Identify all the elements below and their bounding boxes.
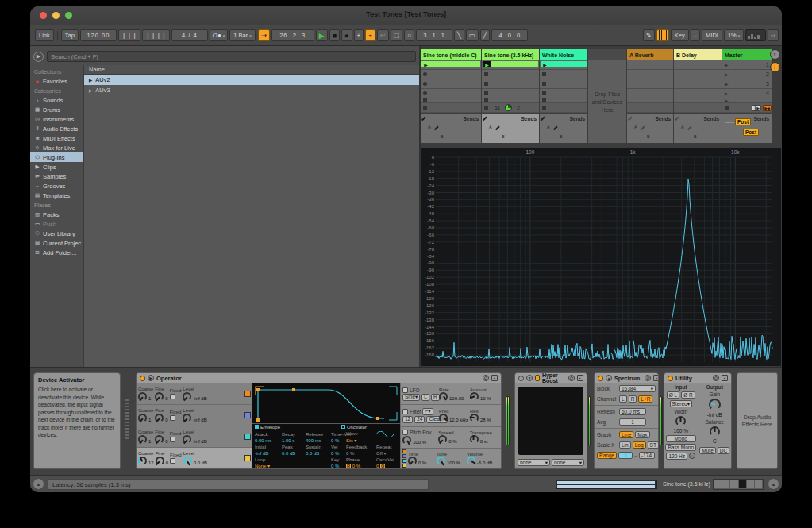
- mute-button[interactable]: Mute: [699, 447, 715, 454]
- sidebar-item-user-library[interactable]: ⚇User Library: [30, 229, 83, 238]
- track-header[interactable]: Master: [722, 49, 772, 60]
- osc-color-swatch[interactable]: [244, 412, 251, 418]
- punch-in-button[interactable]: ╲: [454, 29, 464, 41]
- range-lo-field[interactable]: -174: [639, 452, 655, 459]
- phase-retrigger-button[interactable]: R: [346, 464, 351, 468]
- oscvel-quantize-button[interactable]: Q: [380, 464, 385, 468]
- scene-row[interactable]: ▶1: [722, 60, 772, 70]
- lfo-dest-l-menu[interactable]: L: [421, 394, 429, 401]
- wave-value[interactable]: Sin ▾: [346, 437, 375, 444]
- spectrum-activator-led[interactable]: [598, 376, 603, 381]
- mixer-toggle[interactable]: ❘❘❘: [770, 62, 780, 72]
- sidebar-item-push[interactable]: ▭Push: [30, 219, 83, 229]
- clip[interactable]: ▶: [421, 61, 480, 67]
- spectrum-unfold-icon[interactable]: ∅: [645, 375, 651, 381]
- peak-value[interactable]: 0.0 dB: [282, 450, 304, 457]
- channel-l-button[interactable]: L: [619, 395, 627, 403]
- sidebar-item-add-folder-[interactable]: ⊞Add Folder...: [30, 248, 83, 257]
- stop-button[interactable]: ■: [329, 29, 340, 41]
- key-map-button[interactable]: Key: [671, 29, 689, 41]
- clip-slot[interactable]: [540, 79, 587, 89]
- oscillator-selector[interactable]: [402, 449, 406, 468]
- level-knob[interactable]: [183, 392, 191, 401]
- sidebar-item-drums[interactable]: ▦Drums: [30, 105, 83, 114]
- midi-map-button[interactable]: MIDI: [702, 29, 722, 41]
- gain-knob[interactable]: [709, 399, 721, 410]
- tone-knob[interactable]: [437, 457, 445, 465]
- browser-preview-button[interactable]: ▶: [33, 52, 44, 62]
- channel-mode-menu[interactable]: Stereo ▾: [670, 400, 692, 407]
- show-info-view-button[interactable]: ▲: [33, 479, 44, 489]
- clip-stop-button[interactable]: [484, 98, 488, 102]
- sidebar-item-clips[interactable]: ▶Clips: [30, 162, 83, 172]
- osc-color-swatch[interactable]: [244, 391, 251, 397]
- range-hi-field[interactable]: 6: [618, 452, 633, 459]
- clip-stop-circle[interactable]: [423, 91, 427, 95]
- sidebar-item-audio-effects[interactable]: ⫴Audio Effects: [30, 124, 83, 133]
- browser-row-auv3[interactable]: ▶AUv3: [84, 85, 419, 95]
- capture-midi-button[interactable]: ⬚: [391, 29, 403, 41]
- graph-line-button[interactable]: Line: [619, 431, 633, 438]
- decay-value[interactable]: 1.00 s: [282, 437, 304, 444]
- clip-slot[interactable]: [421, 89, 481, 98]
- overdub-button[interactable]: +: [354, 29, 364, 41]
- sidebar-item-packs[interactable]: ▥Packs: [30, 210, 83, 219]
- search-input[interactable]: Search (Cmd + F): [47, 51, 416, 62]
- back-to-arrangement-button[interactable]: ▶■: [763, 105, 772, 111]
- clip-stop-button[interactable]: [542, 72, 546, 76]
- attack-value[interactable]: 0.00 ms: [255, 437, 280, 444]
- scene-row[interactable]: ▶2: [722, 70, 772, 79]
- envelope-section-icon[interactable]: [255, 425, 259, 429]
- cpu-load-field[interactable]: 1%▾: [724, 29, 744, 41]
- fixed-checkbox[interactable]: [170, 437, 175, 442]
- range-button[interactable]: Range: [597, 452, 617, 459]
- clip-playing-icon[interactable]: ▶: [483, 61, 491, 67]
- utility-save-icon[interactable]: ▪: [722, 375, 728, 381]
- operator-hot-swap-icon[interactable]: ▶: [148, 375, 154, 381]
- pitch-env-knob[interactable]: [402, 436, 411, 445]
- phase-invert-r-button[interactable]: Ø R: [681, 391, 695, 399]
- balance-knob[interactable]: [710, 426, 720, 437]
- clip-play-icon[interactable]: ▶: [541, 61, 549, 67]
- clip-slot[interactable]: [482, 79, 539, 89]
- track-header[interactable]: White Noise: [540, 49, 587, 60]
- sustain-value[interactable]: 0.0 dB: [306, 450, 329, 457]
- arrangement-position-field[interactable]: 26. 2. 3: [271, 29, 314, 41]
- bass-freq-field[interactable]: 120 Hz: [666, 453, 687, 460]
- filter-res-knob[interactable]: [470, 414, 479, 422]
- mono-button[interactable]: Mono: [666, 435, 696, 442]
- track-header[interactable]: Sine tone (3.5 kHz): [482, 49, 539, 60]
- coarse-knob[interactable]: [138, 392, 147, 401]
- track-stop-button[interactable]: [423, 106, 427, 110]
- drop-audio-effects-zone[interactable]: Drop Audio Effects Here: [737, 372, 778, 469]
- operator-osc-row-3[interactable]: Coarse1Fine0FixedLevel-inf dB: [137, 426, 252, 448]
- track-header[interactable]: A Reverb: [627, 49, 673, 60]
- clip-stop-button[interactable]: [423, 98, 427, 102]
- block-menu[interactable]: 16384▾: [619, 385, 656, 392]
- sidebar-item-grooves[interactable]: ≈Grooves: [30, 181, 83, 191]
- avg-field[interactable]: 1: [619, 418, 646, 426]
- spectrum-save-icon[interactable]: ▪: [653, 375, 659, 381]
- clip-play-icon[interactable]: ▶: [421, 61, 430, 67]
- scene-play-icon[interactable]: ▶: [725, 91, 729, 96]
- coarse-knob[interactable]: [138, 414, 147, 422]
- channel-lr-button[interactable]: L+R: [638, 395, 652, 403]
- loop-length-field[interactable]: 4. 0. 0: [491, 29, 528, 41]
- arrangement-position-button[interactable]: ❙▶: [752, 105, 761, 111]
- cue-post-button[interactable]: Post: [735, 118, 751, 125]
- hyper-boost-save-icon[interactable]: ▪: [577, 375, 583, 381]
- sidebar-item-max-for-live[interactable]: ◇Max for Live: [30, 143, 83, 152]
- spectrum-fold-icon[interactable]: ▴: [606, 375, 612, 381]
- repeat-value[interactable]: Off ▾: [376, 450, 398, 457]
- filter-freq-knob[interactable]: [439, 414, 448, 422]
- level-knob[interactable]: [183, 435, 191, 444]
- osc-color-swatch[interactable]: [244, 434, 251, 440]
- filter-checkbox[interactable]: [402, 409, 408, 414]
- scene-play-icon[interactable]: ▶: [725, 62, 729, 67]
- oscvel-value[interactable]: 0 Q: [376, 463, 398, 469]
- tap-tempo-button[interactable]: Tap: [61, 29, 79, 41]
- clip-slot[interactable]: [421, 70, 481, 79]
- quantization-menu[interactable]: 1 Bar▾: [229, 29, 255, 41]
- re-enable-automation-button[interactable]: ↩: [377, 29, 389, 41]
- fine-knob[interactable]: [156, 457, 164, 465]
